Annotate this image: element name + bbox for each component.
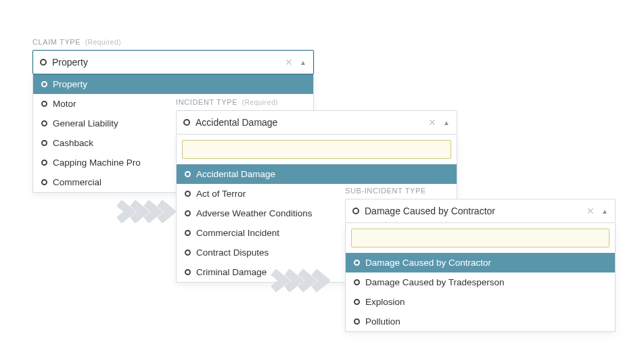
- sub-incident-type-field: SUB-INCIDENT TYPE Damage Caused by Contr…: [345, 187, 616, 332]
- chevron-up-icon[interactable]: ▲: [599, 208, 608, 215]
- radio-icon: [41, 101, 47, 107]
- option-accidental-damage[interactable]: Accidental Damage: [177, 164, 457, 184]
- chevron-up-icon[interactable]: ▲: [440, 119, 450, 126]
- claim-type-combobox[interactable]: Property ✕ ▲: [32, 50, 314, 74]
- radio-icon: [352, 208, 359, 214]
- sub-incident-type-combobox[interactable]: Damage Caused by Contractor ✕ ▲: [345, 199, 616, 223]
- chevron-up-icon[interactable]: ▲: [297, 59, 306, 66]
- search-input[interactable]: [351, 229, 610, 247]
- radio-icon: [40, 59, 47, 66]
- search-wrap: [177, 135, 457, 164]
- label-text: CLAIM TYPE: [32, 38, 80, 46]
- required-tag: (Required): [85, 39, 121, 46]
- option-explosion[interactable]: Explosion: [346, 292, 615, 312]
- radio-icon: [185, 191, 191, 197]
- flow-chevrons-icon: [115, 200, 176, 223]
- radio-icon: [185, 210, 191, 216]
- radio-icon: [354, 279, 360, 285]
- sub-incident-type-label: SUB-INCIDENT TYPE: [345, 187, 616, 195]
- claim-type-value: Property: [52, 57, 281, 68]
- search-input[interactable]: [182, 140, 451, 159]
- option-damage-contractor[interactable]: Damage Caused by Contractor: [346, 253, 615, 272]
- radio-icon: [185, 171, 191, 177]
- radio-icon: [354, 299, 360, 305]
- radio-icon: [41, 120, 47, 126]
- radio-icon: [41, 160, 47, 166]
- radio-icon: [183, 119, 190, 126]
- label-text: SUB-INCIDENT TYPE: [345, 187, 426, 195]
- option-damage-tradesperson[interactable]: Damage Caused by Tradesperson: [346, 272, 615, 292]
- incident-type-combobox[interactable]: Accidental Damage ✕ ▲: [176, 110, 457, 135]
- sub-incident-type-dropdown: Damage Caused by Contractor Damage Cause…: [345, 223, 616, 332]
- incident-type-value: Accidental Damage: [196, 117, 424, 128]
- radio-icon: [354, 260, 360, 266]
- radio-icon: [41, 179, 47, 185]
- clear-icon[interactable]: ✕: [582, 206, 599, 216]
- label-text: INCIDENT TYPE: [176, 98, 237, 106]
- claim-type-label: CLAIM TYPE (Required): [32, 38, 314, 46]
- sub-incident-type-value: Damage Caused by Contractor: [365, 206, 582, 216]
- radio-icon: [185, 230, 191, 236]
- radio-icon: [185, 269, 191, 275]
- search-wrap: [346, 223, 615, 253]
- required-tag: (Required): [242, 99, 278, 106]
- option-pollution[interactable]: Pollution: [346, 312, 615, 331]
- incident-type-label: INCIDENT TYPE (Required): [176, 98, 457, 106]
- radio-icon: [185, 249, 191, 256]
- option-property[interactable]: Property: [33, 74, 313, 94]
- flow-chevrons-icon: [269, 269, 330, 292]
- radio-icon: [41, 140, 47, 146]
- clear-icon[interactable]: ✕: [424, 117, 440, 128]
- radio-icon: [41, 81, 47, 87]
- radio-icon: [354, 318, 360, 325]
- clear-icon[interactable]: ✕: [281, 57, 297, 68]
